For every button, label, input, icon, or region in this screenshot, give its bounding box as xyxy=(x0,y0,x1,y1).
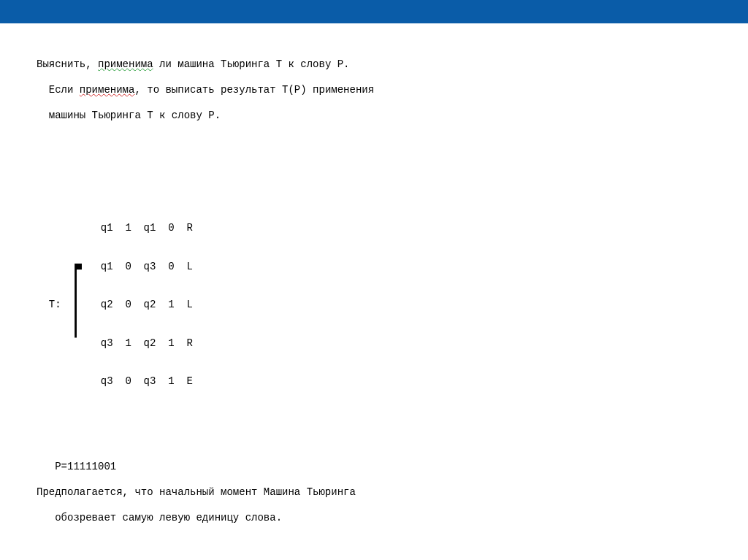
intro-line-3: машины Тьюринга Т к слову Р. xyxy=(37,110,719,123)
assume-line-1: Предполагается, что начальный момент Маш… xyxy=(37,486,719,499)
program-rows: q1 1 q1 0 R q1 0 q3 0 L q2 0 q2 1 L q3 1… xyxy=(101,196,193,414)
program-row: q2 0 q2 1 L xyxy=(101,299,193,312)
text: Выяснить, xyxy=(37,58,98,70)
text: , то выписать результат Т(Р) применения xyxy=(134,84,374,96)
program-row: q3 0 q3 1 E xyxy=(101,375,193,388)
program-row: q1 1 q1 0 R xyxy=(101,222,193,235)
header-bar xyxy=(0,0,748,23)
bracket-icon: ⎡ xyxy=(72,277,86,333)
intro-line-2: Если применима, то выписать результат Т(… xyxy=(37,84,719,97)
text: Если xyxy=(37,84,80,96)
assume-line-2: обозревает самую левую единицу слова. xyxy=(37,512,719,525)
p-value: Р=11111001 xyxy=(37,461,719,474)
document-body: Выяснить, применима ли машина Тьюринга Т… xyxy=(0,23,748,560)
program-row: q1 0 q3 0 L xyxy=(101,261,193,274)
program-table: Т: ⎡ q1 1 q1 0 R q1 0 q3 0 L q2 0 q2 1 L… xyxy=(37,196,719,414)
intro-line-1: Выяснить, применима ли машина Тьюринга Т… xyxy=(37,58,719,72)
text: ли машина Тьюринга Т к слову Р. xyxy=(153,58,350,70)
program-row: q3 1 q2 1 R xyxy=(101,337,193,350)
program-label: Т: xyxy=(37,299,72,312)
spellcheck-word: применима xyxy=(80,84,135,96)
spellcheck-word: применима xyxy=(98,58,153,70)
